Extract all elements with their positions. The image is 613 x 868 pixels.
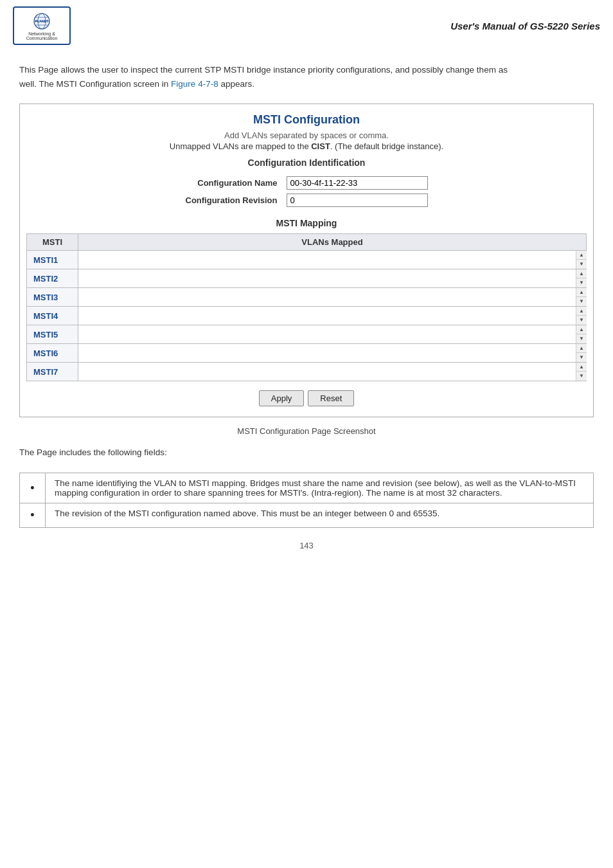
config-revision-input[interactable] — [287, 194, 428, 207]
vlans-col-header: VLANs Mapped — [78, 234, 587, 251]
bullet-dot-icon: • — [30, 482, 34, 494]
fields-table-row: •The name identifiying the VLAN to MSTI … — [20, 473, 594, 503]
msti-row-label: MSTI5 — [27, 325, 78, 344]
config-subtitle1: Add VLANs separated by spaces or comma. — [20, 131, 593, 140]
msti-row-cell[interactable]: ▲▼ — [78, 307, 587, 325]
msti-row-cell[interactable]: ▲▼ — [78, 288, 587, 307]
msti-config-box: MSTI Configuration Add VLANs separated b… — [19, 104, 594, 417]
svg-text:PLANET: PLANET — [35, 19, 49, 23]
msti-row: MSTI4▲▼ — [27, 307, 587, 325]
msti-col-header: MSTI — [27, 234, 78, 251]
reset-button[interactable]: Reset — [308, 390, 354, 406]
config-title: MSTI Configuration — [20, 104, 593, 131]
logo-sub-text: Networking & Communication — [17, 32, 67, 41]
config-id-table: Configuration Name Configuration Revisio… — [182, 174, 432, 209]
msti-spinner-down[interactable]: ▼ — [576, 278, 587, 287]
msti-row-cell[interactable]: ▲▼ — [78, 269, 587, 288]
msti-spinner-up[interactable]: ▲ — [576, 307, 587, 316]
figure-link[interactable]: Figure 4-7-8 — [171, 79, 218, 89]
config-name-input[interactable] — [287, 176, 428, 190]
msti-mapping-title: MSTI Mapping — [20, 218, 593, 228]
figure-caption: MSTI Configuration Page Screenshot — [0, 426, 613, 436]
msti-vlan-input[interactable] — [78, 252, 576, 268]
msti-spinner-up[interactable]: ▲ — [576, 288, 587, 297]
msti-row: MSTI7▲▼ — [27, 363, 587, 381]
msti-spinner-down[interactable]: ▼ — [576, 297, 587, 306]
msti-row: MSTI2▲▼ — [27, 269, 587, 288]
msti-row-cell[interactable]: ▲▼ — [78, 363, 587, 381]
msti-vlan-input[interactable] — [78, 308, 576, 324]
field-description: The revision of the MSTI configuration n… — [46, 503, 594, 528]
msti-spinner-down[interactable]: ▼ — [576, 353, 587, 362]
apply-button[interactable]: Apply — [259, 390, 305, 406]
config-subtitle2: Unmapped VLANs are mapped to the CIST. (… — [20, 141, 593, 151]
msti-row: MSTI1▲▼ — [27, 251, 587, 269]
msti-row-label: MSTI7 — [27, 363, 78, 381]
msti-spinner-up[interactable]: ▲ — [576, 325, 587, 334]
logo-box: PLANET Networking & Communication — [13, 6, 71, 45]
header-title: User's Manual of GS-5220 Series — [450, 21, 600, 32]
msti-mapping-table: MSTI VLANs Mapped MSTI1▲▼MSTI2▲▼MSTI3▲▼M… — [26, 233, 587, 381]
msti-row: MSTI6▲▼ — [27, 344, 587, 363]
field-bullet: • — [20, 473, 46, 503]
msti-row-cell[interactable]: ▲▼ — [78, 344, 587, 363]
msti-row-label: MSTI2 — [27, 269, 78, 288]
msti-spinner-up[interactable]: ▲ — [576, 363, 587, 372]
msti-spinner-down[interactable]: ▼ — [576, 334, 587, 343]
msti-row-label: MSTI4 — [27, 307, 78, 325]
config-name-label: Configuration Name — [182, 174, 283, 192]
msti-spinner-up[interactable]: ▲ — [576, 344, 587, 353]
config-id-title: Configuration Identification — [20, 158, 593, 168]
fields-table-row: •The revision of the MSTI configuration … — [20, 503, 594, 528]
msti-row: MSTI5▲▼ — [27, 325, 587, 344]
msti-vlan-input[interactable] — [78, 345, 576, 361]
msti-spinner-down[interactable]: ▼ — [576, 372, 587, 381]
msti-spinner-up[interactable]: ▲ — [576, 269, 587, 278]
logo-globe-icon: PLANET — [32, 12, 51, 31]
msti-spinner-down[interactable]: ▼ — [576, 260, 587, 269]
config-revision-label: Configuration Revision — [182, 192, 283, 209]
page-number: 143 — [0, 528, 613, 557]
msti-row-label: MSTI1 — [27, 251, 78, 269]
button-row: Apply Reset — [20, 390, 593, 406]
msti-vlan-input[interactable] — [78, 289, 576, 305]
field-description: The name identifiying the VLAN to MSTI m… — [46, 473, 594, 503]
field-bullet: • — [20, 503, 46, 528]
page-header: PLANET Networking & Communication User's… — [0, 0, 613, 51]
msti-spinner-down[interactable]: ▼ — [576, 316, 587, 325]
msti-row-label: MSTI3 — [27, 288, 78, 307]
msti-row: MSTI3▲▼ — [27, 288, 587, 307]
msti-vlan-input[interactable] — [78, 364, 576, 380]
fields-intro-text: The Page includes the following fields: — [0, 445, 613, 464]
logo-area: PLANET Networking & Communication — [13, 6, 71, 45]
msti-row-cell[interactable]: ▲▼ — [78, 325, 587, 344]
msti-row-cell[interactable]: ▲▼ — [78, 251, 587, 269]
msti-vlan-input[interactable] — [78, 327, 576, 343]
msti-spinner-up[interactable]: ▲ — [576, 251, 587, 260]
fields-table: •The name identifiying the VLAN to MSTI … — [19, 473, 594, 528]
msti-vlan-input[interactable] — [78, 271, 576, 287]
bullet-dot-icon: • — [30, 509, 34, 521]
msti-row-label: MSTI6 — [27, 344, 78, 363]
intro-paragraph: This Page allows the user to inspect the… — [0, 51, 613, 97]
